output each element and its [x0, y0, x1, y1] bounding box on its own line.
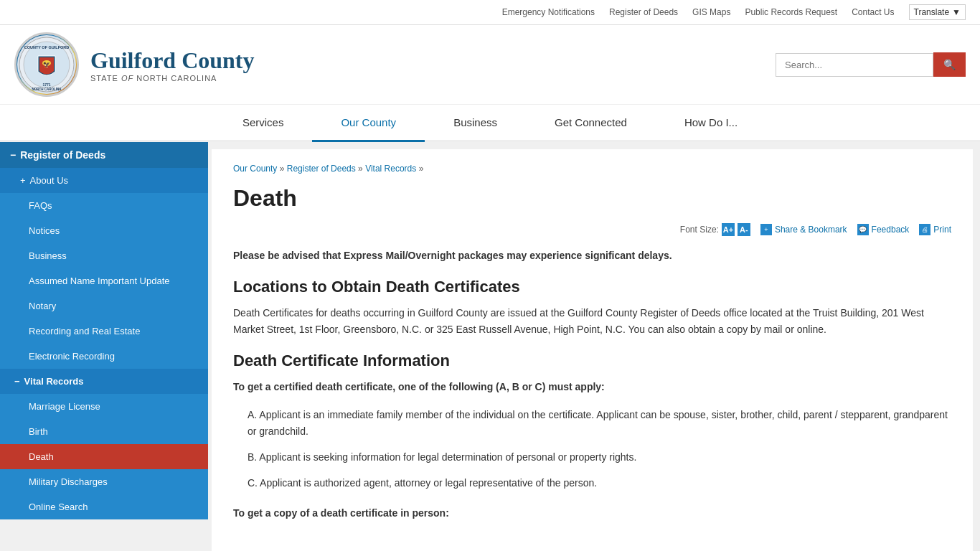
top-bar: Emergency Notifications Register of Deed…	[0, 0, 980, 25]
sidebar-death-label: Death	[29, 451, 54, 462]
font-size-label: Font Size:	[680, 225, 719, 235]
font-size-controls: Font Size: A+ A-	[680, 223, 750, 236]
sidebar-section-register[interactable]: − Register of Deeds	[0, 142, 208, 168]
search-icon: 🔍	[943, 59, 956, 70]
search-button[interactable]: 🔍	[933, 52, 966, 77]
sidebar-notary-label: Notary	[29, 301, 56, 311]
nav-our-county[interactable]: Our County	[312, 105, 425, 142]
sidebar-item-notices[interactable]: Notices	[0, 218, 208, 243]
nav-how-do-i[interactable]: How Do I...	[656, 105, 766, 140]
font-decrease-button[interactable]: A-	[738, 223, 750, 236]
share-icon: +	[760, 224, 772, 235]
sidebar-marriage-label: Marriage License	[29, 401, 100, 412]
county-seal: COUNTY OF GUILFORD 1771 NORTH CAROLINA 🦅	[14, 32, 79, 97]
topbar-emergency[interactable]: Emergency Notifications	[502, 7, 595, 17]
sidebar-item-about-us[interactable]: + About Us	[0, 168, 208, 193]
translate-label: Translate	[914, 7, 950, 17]
translate-dropdown[interactable]: Translate ▼	[909, 4, 966, 20]
sidebar-item-military[interactable]: Military Discharges	[0, 469, 208, 494]
share-bookmark-link[interactable]: + Share & Bookmark	[760, 224, 847, 235]
page-body: − Register of Deeds + About Us FAQs Noti…	[0, 142, 980, 551]
sidebar-item-online-search[interactable]: Online Search	[0, 494, 208, 519]
sidebar-item-notary[interactable]: Notary	[0, 293, 208, 319]
breadcrumb: Our County » Register of Deeds » Vital R…	[233, 164, 951, 174]
sidebar-recording-label: Recording and Real Estate	[29, 326, 140, 336]
sidebar: − Register of Deeds + About Us FAQs Noti…	[0, 142, 208, 551]
topbar-contact[interactable]: Contact Us	[852, 7, 894, 17]
list-item: B. Applicant is seeking information for …	[248, 446, 951, 469]
header-logo-area: COUNTY OF GUILFORD 1771 NORTH CAROLINA 🦅…	[14, 32, 254, 97]
sidebar-assumed-name-label: Assumed Name Important Update	[29, 276, 170, 286]
sidebar-notices-label: Notices	[29, 225, 60, 236]
main-content: Our County » Register of Deeds » Vital R…	[212, 149, 973, 551]
topbar-public-records[interactable]: Public Records Request	[745, 7, 837, 17]
feedback-label: Feedback	[872, 225, 910, 235]
sidebar-electronic-label: Electronic Recording	[29, 351, 115, 362]
sidebar-birth-label: Birth	[29, 426, 48, 437]
site-header: COUNTY OF GUILFORD 1771 NORTH CAROLINA 🦅…	[0, 25, 980, 105]
county-title: Guilford County	[90, 47, 254, 74]
section2-intro: To get a certified death certificate, on…	[233, 381, 605, 392]
list-item: A. Applicant is an immediate family memb…	[248, 404, 951, 444]
section2-title: Death Certificate Information	[233, 352, 951, 370]
svg-text:COUNTY OF GUILFORD: COUNTY OF GUILFORD	[24, 45, 70, 50]
section1-title: Locations to Obtain Death Certificates	[233, 278, 951, 296]
plus-icon: +	[20, 175, 26, 186]
county-name: Guilford County STATE of NORTH CAROLINA	[90, 47, 254, 83]
print-link[interactable]: 🖨 Print	[919, 224, 951, 235]
sidebar-vital-label: Vital Records	[24, 376, 84, 387]
county-subtitle: STATE of NORTH CAROLINA	[90, 74, 254, 83]
sidebar-military-label: Military Discharges	[29, 476, 108, 487]
topbar-register[interactable]: Register of Deeds	[609, 7, 678, 17]
list-item: C. Applicant is authorized agent, attorn…	[248, 472, 951, 495]
sidebar-business-label: Business	[29, 250, 67, 261]
nav-services[interactable]: Services	[214, 105, 313, 140]
print-label: Print	[933, 225, 951, 235]
nav-get-connected[interactable]: Get Connected	[526, 105, 656, 140]
sidebar-item-marriage[interactable]: Marriage License	[0, 394, 208, 419]
search-area: 🔍	[776, 52, 966, 77]
breadcrumb-vital-records[interactable]: Vital Records	[365, 164, 416, 174]
sidebar-vital-records-section[interactable]: − Vital Records	[0, 369, 208, 394]
alert-message: Please be advised that Express Mail/Over…	[233, 248, 951, 263]
search-input[interactable]	[776, 53, 933, 77]
content-section: Please be advised that Express Mail/Over…	[233, 248, 951, 521]
svg-text:1771: 1771	[42, 83, 50, 87]
svg-text:NORTH CAROLINA: NORTH CAROLINA	[32, 88, 62, 91]
svg-text:🦅: 🦅	[43, 61, 50, 68]
minus-icon: −	[10, 149, 16, 161]
section1-body: Death Certificates for deaths occurring …	[233, 305, 951, 337]
breadcrumb-register[interactable]: Register of Deeds	[287, 164, 356, 174]
sidebar-section-label: Register of Deeds	[20, 149, 105, 161]
content-toolbar: Font Size: A+ A- + Share & Bookmark 💬 Fe…	[233, 223, 951, 236]
section2-list: A. Applicant is an immediate family memb…	[248, 404, 951, 495]
main-navigation: Services Our County Business Get Connect…	[0, 105, 980, 142]
sidebar-item-electronic[interactable]: Electronic Recording	[0, 344, 208, 369]
chevron-down-icon: ▼	[952, 7, 961, 17]
sidebar-item-assumed-name[interactable]: Assumed Name Important Update	[0, 268, 208, 293]
share-label: Share & Bookmark	[775, 225, 847, 235]
nav-business[interactable]: Business	[425, 105, 526, 140]
page-title: Death	[233, 185, 951, 212]
topbar-gis[interactable]: GIS Maps	[692, 7, 730, 17]
minus-icon-vital: −	[14, 376, 20, 387]
sidebar-item-recording[interactable]: Recording and Real Estate	[0, 319, 208, 344]
feedback-icon: 💬	[857, 224, 869, 235]
sidebar-online-search-label: Online Search	[29, 501, 88, 512]
feedback-link[interactable]: 💬 Feedback	[857, 224, 910, 235]
font-increase-button[interactable]: A+	[722, 223, 735, 236]
sidebar-item-birth[interactable]: Birth	[0, 419, 208, 444]
sidebar-item-business[interactable]: Business	[0, 243, 208, 268]
print-icon: 🖨	[919, 224, 930, 235]
sidebar-item-faqs[interactable]: FAQs	[0, 193, 208, 218]
breadcrumb-our-county[interactable]: Our County	[233, 164, 277, 174]
sidebar-item-death[interactable]: Death	[0, 444, 208, 469]
sidebar-about-label: About Us	[30, 175, 68, 186]
sidebar-faqs-label: FAQs	[29, 200, 52, 211]
section3-intro: To get a copy of a death certificate in …	[233, 507, 449, 519]
